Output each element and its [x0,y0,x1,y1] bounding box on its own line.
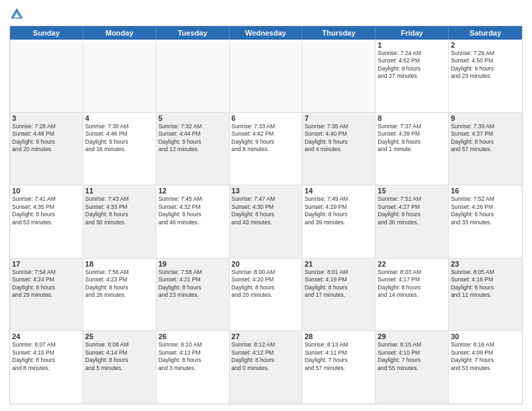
cell-info: Sunrise: 7:28 AM Sunset: 4:48 PM Dayligh… [12,123,81,154]
cell-info: Sunrise: 7:24 AM Sunset: 4:52 PM Dayligh… [378,50,446,81]
cell-info: Sunrise: 7:49 AM Sunset: 4:29 PM Dayligh… [304,195,373,226]
cell-info: Sunrise: 8:00 AM Sunset: 4:20 PM Dayligh… [232,269,300,300]
day-number: 30 [451,332,520,340]
empty-cell-0-3 [230,40,303,112]
day-cell-14: 14Sunrise: 7:49 AM Sunset: 4:29 PM Dayli… [302,185,375,258]
cell-info: Sunrise: 8:12 AM Sunset: 4:12 PM Dayligh… [232,341,300,372]
day-number: 8 [378,114,446,122]
day-cell-27: 27Sunrise: 8:12 AM Sunset: 4:12 PM Dayli… [230,331,303,404]
day-number: 16 [451,187,520,195]
header [9,7,523,21]
day-cell-20: 20Sunrise: 8:00 AM Sunset: 4:20 PM Dayli… [230,259,303,331]
cell-info: Sunrise: 7:54 AM Sunset: 4:24 PM Dayligh… [12,269,81,300]
cell-info: Sunrise: 7:41 AM Sunset: 4:35 PM Dayligh… [12,195,81,226]
cell-info: Sunrise: 8:03 AM Sunset: 4:17 PM Dayligh… [378,269,446,300]
empty-cell-0-1 [83,40,157,112]
day-cell-26: 26Sunrise: 8:10 AM Sunset: 4:13 PM Dayli… [157,331,230,404]
header-day-sunday: Sunday [10,26,83,40]
day-number: 26 [159,332,227,340]
cell-info: Sunrise: 8:16 AM Sunset: 4:09 PM Dayligh… [451,341,520,372]
day-number: 27 [232,332,300,340]
day-cell-23: 23Sunrise: 8:05 AM Sunset: 4:16 PM Dayli… [449,259,522,331]
day-cell-30: 30Sunrise: 8:16 AM Sunset: 4:09 PM Dayli… [449,331,522,404]
day-cell-6: 6Sunrise: 7:33 AM Sunset: 4:42 PM Daylig… [230,113,303,185]
calendar-row-4: 24Sunrise: 8:07 AM Sunset: 4:15 PM Dayli… [10,331,522,404]
day-cell-18: 18Sunrise: 7:56 AM Sunset: 4:23 PM Dayli… [83,259,157,331]
cell-info: Sunrise: 7:58 AM Sunset: 4:21 PM Dayligh… [159,269,227,300]
header-day-tuesday: Tuesday [157,26,230,40]
day-cell-13: 13Sunrise: 7:47 AM Sunset: 4:30 PM Dayli… [230,185,303,258]
day-cell-16: 16Sunrise: 7:52 AM Sunset: 4:26 PM Dayli… [449,185,522,258]
cell-info: Sunrise: 8:01 AM Sunset: 4:19 PM Dayligh… [304,269,373,300]
day-number: 14 [304,187,373,195]
day-number: 7 [304,114,373,122]
day-number: 23 [451,260,520,268]
header-day-friday: Friday [375,26,449,40]
calendar-row-3: 17Sunrise: 7:54 AM Sunset: 4:24 PM Dayli… [10,259,522,332]
cell-info: Sunrise: 7:39 AM Sunset: 4:37 PM Dayligh… [451,123,520,154]
day-cell-8: 8Sunrise: 7:37 AM Sunset: 4:39 PM Daylig… [375,113,449,185]
day-number: 4 [85,114,154,122]
calendar-row-2: 10Sunrise: 7:41 AM Sunset: 4:35 PM Dayli… [10,185,522,259]
header-day-thursday: Thursday [302,26,375,40]
day-cell-1: 1Sunrise: 7:24 AM Sunset: 4:52 PM Daylig… [375,40,449,112]
cell-info: Sunrise: 8:07 AM Sunset: 4:15 PM Dayligh… [12,341,81,372]
calendar-row-1: 3Sunrise: 7:28 AM Sunset: 4:48 PM Daylig… [10,113,522,186]
day-cell-29: 29Sunrise: 8:15 AM Sunset: 4:10 PM Dayli… [375,331,449,404]
cell-info: Sunrise: 7:35 AM Sunset: 4:40 PM Dayligh… [304,123,373,154]
day-number: 20 [232,260,300,268]
day-number: 21 [304,260,373,268]
header-day-saturday: Saturday [449,26,522,40]
day-cell-19: 19Sunrise: 7:58 AM Sunset: 4:21 PM Dayli… [157,259,230,331]
day-cell-24: 24Sunrise: 8:07 AM Sunset: 4:15 PM Dayli… [10,331,83,404]
day-cell-5: 5Sunrise: 7:32 AM Sunset: 4:44 PM Daylig… [157,113,230,185]
cell-info: Sunrise: 8:13 AM Sunset: 4:11 PM Dayligh… [304,341,373,372]
day-number: 6 [232,114,300,122]
calendar-body: 1Sunrise: 7:24 AM Sunset: 4:52 PM Daylig… [10,40,522,404]
day-number: 15 [378,187,446,195]
day-cell-10: 10Sunrise: 7:41 AM Sunset: 4:35 PM Dayli… [10,185,83,258]
day-cell-4: 4Sunrise: 7:30 AM Sunset: 4:46 PM Daylig… [83,113,157,185]
day-number: 11 [85,187,154,195]
cell-info: Sunrise: 7:51 AM Sunset: 4:27 PM Dayligh… [378,195,446,226]
cell-info: Sunrise: 8:05 AM Sunset: 4:16 PM Dayligh… [451,269,520,300]
cell-info: Sunrise: 7:52 AM Sunset: 4:26 PM Dayligh… [451,195,520,226]
header-day-wednesday: Wednesday [230,26,303,40]
day-cell-3: 3Sunrise: 7:28 AM Sunset: 4:48 PM Daylig… [10,113,83,185]
header-day-monday: Monday [83,26,157,40]
day-cell-15: 15Sunrise: 7:51 AM Sunset: 4:27 PM Dayli… [375,185,449,258]
cell-info: Sunrise: 7:47 AM Sunset: 4:30 PM Dayligh… [232,195,300,226]
day-number: 22 [378,260,446,268]
day-number: 13 [232,187,300,195]
calendar: SundayMondayTuesdayWednesdayThursdayFrid… [9,26,523,404]
day-cell-28: 28Sunrise: 8:13 AM Sunset: 4:11 PM Dayli… [302,331,375,404]
day-number: 5 [159,114,227,122]
day-cell-21: 21Sunrise: 8:01 AM Sunset: 4:19 PM Dayli… [302,259,375,331]
cell-info: Sunrise: 8:10 AM Sunset: 4:13 PM Dayligh… [159,341,227,372]
day-number: 25 [85,332,154,340]
day-cell-9: 9Sunrise: 7:39 AM Sunset: 4:37 PM Daylig… [449,113,522,185]
day-number: 28 [304,332,373,340]
day-cell-2: 2Sunrise: 7:26 AM Sunset: 4:50 PM Daylig… [449,40,522,112]
day-number: 19 [159,260,227,268]
cell-info: Sunrise: 7:33 AM Sunset: 4:42 PM Dayligh… [232,123,300,154]
cell-info: Sunrise: 8:15 AM Sunset: 4:10 PM Dayligh… [378,341,446,372]
cell-info: Sunrise: 7:43 AM Sunset: 4:33 PM Dayligh… [85,195,154,226]
day-number: 2 [451,41,520,49]
cell-info: Sunrise: 7:37 AM Sunset: 4:39 PM Dayligh… [378,123,446,154]
day-cell-7: 7Sunrise: 7:35 AM Sunset: 4:40 PM Daylig… [302,113,375,185]
logo [9,7,27,21]
day-number: 17 [12,260,81,268]
day-cell-12: 12Sunrise: 7:45 AM Sunset: 4:32 PM Dayli… [157,185,230,258]
empty-cell-0-0 [10,40,83,112]
cell-info: Sunrise: 7:26 AM Sunset: 4:50 PM Dayligh… [451,50,520,81]
day-number: 24 [12,332,81,340]
day-number: 1 [378,41,446,49]
empty-cell-0-2 [157,40,230,112]
calendar-header-row: SundayMondayTuesdayWednesdayThursdayFrid… [10,26,522,40]
logo-icon [9,7,24,21]
empty-cell-0-4 [302,40,375,112]
day-cell-17: 17Sunrise: 7:54 AM Sunset: 4:24 PM Dayli… [10,259,83,331]
cell-info: Sunrise: 8:08 AM Sunset: 4:14 PM Dayligh… [85,341,154,372]
day-number: 10 [12,187,81,195]
